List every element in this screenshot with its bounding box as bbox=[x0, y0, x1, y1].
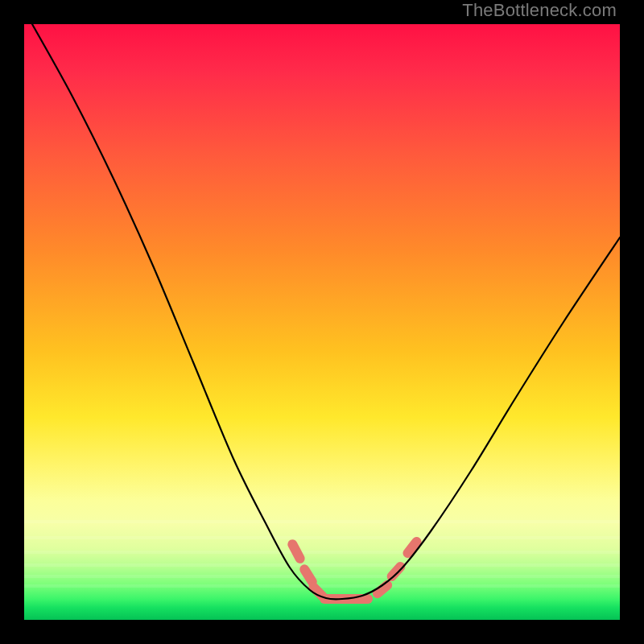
right-low-dash bbox=[378, 585, 387, 593]
left-upper-dash bbox=[292, 544, 299, 559]
plot-area bbox=[24, 24, 620, 620]
left-mid-dash bbox=[304, 569, 312, 581]
outer-frame: TheBottleneck.com bbox=[0, 0, 644, 644]
bottleneck-curve bbox=[32, 24, 620, 599]
watermark-text: TheBottleneck.com bbox=[462, 0, 617, 21]
curve-svg bbox=[24, 24, 620, 620]
